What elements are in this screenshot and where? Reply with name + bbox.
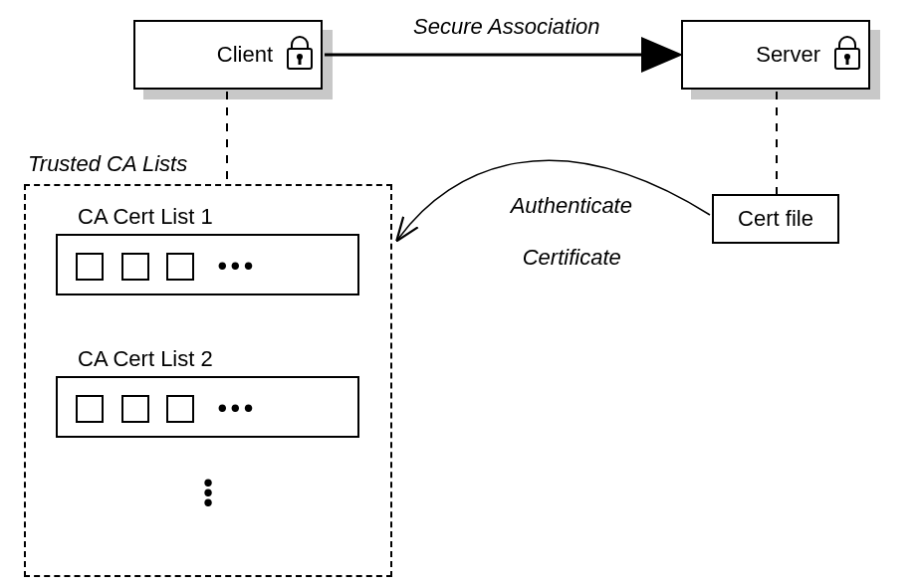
cert-item — [121, 253, 149, 281]
cert-file-box: Cert file — [712, 194, 839, 244]
authenticate-line2: Certificate — [523, 245, 621, 270]
lock-icon — [285, 33, 315, 78]
ellipsis-icon: ••• — [212, 251, 257, 282]
client-label: Client — [217, 42, 273, 68]
cert-item — [76, 253, 104, 281]
cert-item — [166, 395, 194, 423]
svg-rect-5 — [846, 58, 849, 65]
trusted-ca-lists-label: Trusted CA Lists — [28, 151, 187, 177]
cert-item — [121, 395, 149, 423]
ca-cert-list-1-label: CA Cert List 1 — [78, 204, 213, 230]
cert-file-label: Cert file — [738, 206, 813, 232]
cert-item — [166, 253, 194, 281]
ellipsis-icon: ••• — [212, 393, 257, 424]
authenticate-line1: Authenticate — [511, 193, 632, 218]
secure-association-label: Secure Association — [413, 14, 600, 40]
ca-cert-list-2-box: ••• — [56, 376, 359, 438]
cert-item — [76, 395, 104, 423]
lock-icon — [832, 33, 862, 78]
diagram-stage: Client Server Secure Association Trusted… — [0, 0, 921, 588]
ca-cert-list-1-box: ••• — [56, 234, 359, 295]
ellipsis-vertical-icon: ••• — [203, 478, 213, 507]
server-label: Server — [756, 42, 820, 68]
ca-cert-list-2-label: CA Cert List 2 — [78, 346, 213, 372]
authenticate-certificate-label: Authenticate Certificate — [470, 167, 649, 296]
svg-rect-2 — [299, 58, 302, 65]
